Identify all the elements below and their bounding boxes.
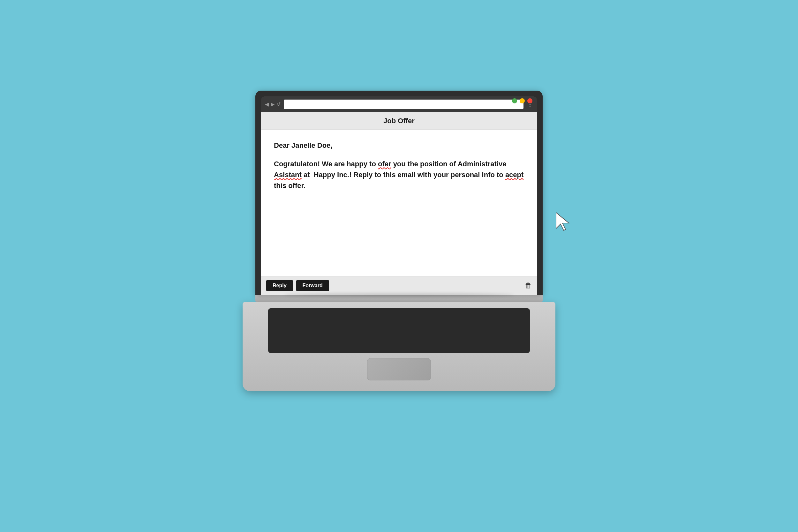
laptop-screen: ◀ ▶ ↺ ⋮ Job Offer Dear Janelle Doe, Cogr… <box>255 91 543 295</box>
spell-error-ofer: ofer <box>378 160 391 168</box>
laptop-base <box>243 302 555 391</box>
green-traffic-light[interactable] <box>512 98 517 103</box>
browser-nav: ◀ ▶ ↺ <box>265 101 281 107</box>
yellow-traffic-light[interactable] <box>520 98 525 103</box>
address-bar[interactable] <box>284 99 524 109</box>
trash-icon[interactable]: 🗑 <box>525 282 532 290</box>
back-button[interactable]: ◀ <box>265 101 269 107</box>
svg-marker-0 <box>556 212 569 230</box>
email-container: Job Offer Dear Janelle Doe, Cogratulaton… <box>261 112 537 295</box>
email-greeting: Dear Janelle Doe, <box>274 141 524 150</box>
browser-chrome: ◀ ▶ ↺ ⋮ <box>261 96 537 112</box>
keyboard <box>268 308 530 353</box>
reply-button[interactable]: Reply <box>266 280 293 291</box>
forward-button[interactable]: Forward <box>296 280 329 291</box>
email-content: Cogratulaton! We are happy to ofer you t… <box>274 158 524 191</box>
mouse-cursor <box>555 212 571 231</box>
spell-error-asistant: Asistant <box>274 171 302 179</box>
red-traffic-light[interactable] <box>527 98 532 103</box>
email-body: Dear Janelle Doe, Cogratulaton! We are h… <box>261 130 537 276</box>
email-subject: Job Offer <box>261 112 537 130</box>
trackpad[interactable] <box>367 358 431 380</box>
screen-bezel: ◀ ▶ ↺ ⋮ Job Offer Dear Janelle Doe, Cogr… <box>261 96 537 295</box>
email-footer: Reply Forward 🗑 <box>261 276 537 295</box>
refresh-button[interactable]: ↺ <box>277 101 281 107</box>
email-action-buttons: Reply Forward <box>266 280 329 291</box>
spell-error-acept: acept <box>505 171 524 179</box>
laptop: ◀ ▶ ↺ ⋮ Job Offer Dear Janelle Doe, Cogr… <box>224 91 574 442</box>
traffic-lights <box>512 98 532 103</box>
forward-button[interactable]: ▶ <box>271 101 274 107</box>
